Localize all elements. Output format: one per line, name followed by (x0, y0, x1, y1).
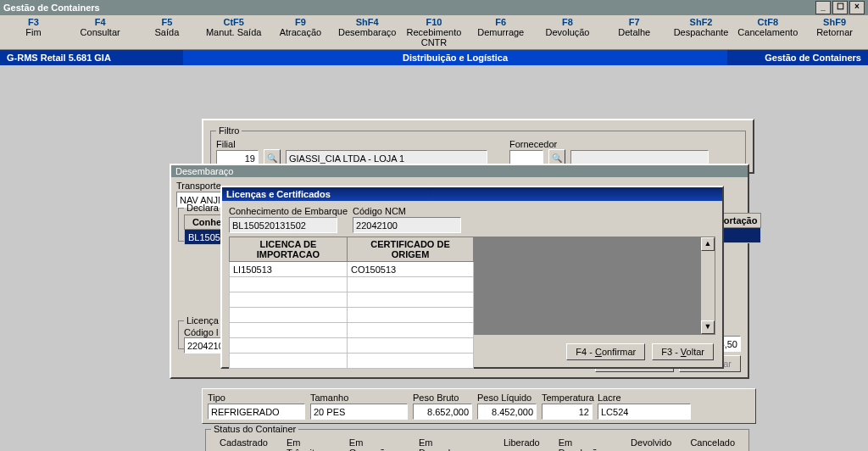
maximize-button[interactable]: ☐ (832, 1, 848, 14)
status-em-tr-nsito: Em Trânsito (287, 437, 331, 451)
toolbar-fim[interactable]: F3Fim (0, 17, 67, 47)
temperatura-input[interactable] (542, 404, 593, 420)
toolbar-retornar[interactable]: ShF9Retornar (801, 17, 868, 47)
scroll-up-icon[interactable]: ▲ (701, 237, 715, 251)
status-devolvido: Devolvido (631, 437, 671, 451)
minimize-button[interactable]: _ (815, 1, 831, 14)
table-row[interactable] (230, 292, 474, 308)
app-version: G-RMS Retail 5.681 GIA (0, 50, 183, 65)
table-row[interactable]: LI150513CO150513 (230, 262, 474, 277)
toolbar-cancelamento[interactable]: CtF8Cancelamento (734, 17, 801, 47)
tipo-input[interactable] (208, 404, 305, 420)
filial-label: Filial (216, 139, 259, 149)
ncm-input (353, 217, 461, 233)
temperatura-label: Temperatura (542, 393, 593, 403)
lacre-input[interactable] (598, 404, 691, 420)
info-bar: G-RMS Retail 5.681 GIA Distribuição e Lo… (0, 50, 868, 65)
ncm-label: Código NCM (353, 206, 461, 216)
modal-title: Licenças e Certificados (222, 187, 722, 201)
table-row[interactable] (230, 308, 474, 323)
close-button[interactable]: × (849, 1, 865, 14)
status-em-opera-o: Em Operação (349, 437, 400, 451)
desembaraco-title: Desembaraço (171, 165, 748, 177)
table-row[interactable] (230, 277, 474, 292)
status-em-devolu-o: Em Devolução (559, 437, 612, 451)
toolbar-devolu-o[interactable]: F8Devolução (534, 17, 601, 47)
status-em-desembara-o: Em Desembaraço (419, 437, 485, 451)
toolbar-detalhe[interactable]: F7Detalhe (601, 17, 668, 47)
licencas-modal: Licenças e Certificados Conhecimento de … (220, 186, 724, 369)
ce-label: Conhecimento de Embarque (229, 206, 348, 216)
pesobruto-label: Peso Bruto (413, 393, 472, 403)
tamanho-input[interactable] (310, 404, 408, 420)
toolbar-manut-sa-da[interactable]: CtF5Manut. Saída (200, 17, 267, 47)
module-title: Distribuição e Logística (183, 50, 727, 65)
grid-col-certificado: CERTIFICADO DE ORIGEM (348, 237, 474, 262)
filtro-legend: Filtro (216, 125, 242, 136)
tamanho-label: Tamanho (310, 393, 408, 403)
container-details: Tipo Tamanho Peso Bruto Peso Líquido Tem… (202, 388, 756, 424)
toolbar-despachante[interactable]: ShF2Despachante (668, 17, 735, 47)
modal-back-button[interactable]: F3 - Voltar (652, 343, 714, 360)
licenca-legend: Licença (184, 315, 221, 326)
window-titlebar: Gestão de Containers _ ☐ × (0, 0, 868, 15)
window-title: Gestão de Containers (3, 3, 100, 13)
status-cadastrado: Cadastrado (220, 437, 268, 451)
codigo-label: Código l (184, 327, 218, 337)
table-row[interactable] (230, 338, 474, 354)
pesoliquido-input[interactable] (477, 404, 537, 420)
pesobruto-input[interactable] (413, 404, 472, 420)
fornecedor-label: Fornecedor (509, 139, 543, 149)
toolbar-recebimento-cntr[interactable]: F10Recebimento CNTR (401, 17, 468, 47)
status-cancelado: Cancelado (690, 437, 735, 451)
status-fieldset: Status do Container CadastradoEm Trânsit… (205, 424, 749, 451)
table-row[interactable] (230, 354, 474, 369)
toolbar-atraca-o[interactable]: F9Atracação (267, 17, 334, 47)
function-toolbar: F3FimF4ConsultarF5SaídaCtF5Manut. SaídaF… (0, 15, 868, 50)
lacre-label: Lacre (598, 393, 691, 403)
toolbar-sa-da[interactable]: F5Saída (134, 17, 201, 47)
toolbar-desembara-o[interactable]: ShF4Desembaraço (334, 17, 401, 47)
tipo-label: Tipo (208, 393, 305, 403)
transporte-label: Transporte (176, 181, 223, 191)
toolbar-consultar[interactable]: F4Consultar (67, 17, 134, 47)
licencas-grid[interactable]: LICENCA DE IMPORTACAO CERTIFICADO DE ORI… (229, 237, 474, 369)
modal-confirm-button[interactable]: F4 - Confirmar (566, 343, 645, 360)
toolbar-demurrage[interactable]: F6Demurrage (467, 17, 534, 47)
scroll-down-icon[interactable]: ▼ (701, 320, 715, 334)
table-row[interactable] (230, 323, 474, 338)
grid-col-licenca: LICENCA DE IMPORTACAO (230, 237, 348, 262)
ce-input (229, 217, 337, 233)
grid-scrollbar[interactable]: ▲▼ (700, 237, 715, 335)
status-liberado: Liberado (504, 437, 540, 451)
pesoliquido-label: Peso Líquido (477, 393, 537, 403)
declaracao-legend: Declara (184, 203, 221, 213)
status-legend: Status do Container (211, 424, 298, 434)
screen-title: Gestão de Containers (727, 50, 868, 65)
